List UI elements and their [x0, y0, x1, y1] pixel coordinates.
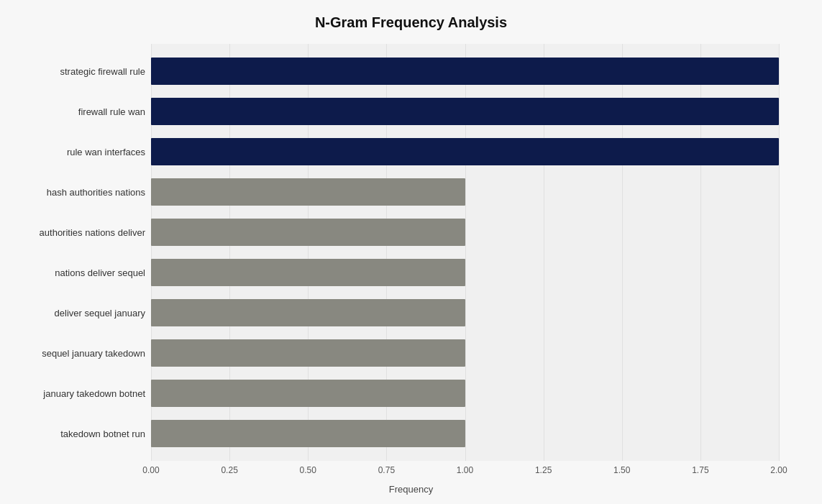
bar-row: hash authorities nations [151, 176, 779, 209]
bar-label: rule wan interfaces [1, 147, 145, 157]
x-tick-label: 2.00 [770, 465, 787, 475]
bar [151, 420, 465, 447]
bar [151, 138, 779, 165]
bar-row: nations deliver sequel [151, 257, 779, 289]
x-tick-label: 1.75 [692, 465, 708, 475]
chart-area: strategic firewall rulefirewall rule wan… [151, 44, 779, 461]
x-tick-label: 1.25 [535, 465, 552, 475]
bar-row: january takedown botnet [151, 377, 779, 410]
bar-row: firewall rule wan [151, 96, 779, 128]
bar [151, 58, 779, 85]
bar-label: takedown botnet run [1, 429, 145, 439]
x-tick-label: 1.00 [457, 465, 473, 475]
bar [151, 219, 465, 246]
bar-row: rule wan interfaces [151, 136, 779, 168]
bar [151, 259, 465, 286]
bar-label: hash authorities nations [1, 187, 145, 198]
bar [151, 380, 465, 407]
x-tick-label: 0.75 [378, 465, 395, 475]
x-axis: 0.000.250.500.751.001.251.501.752.00 [151, 465, 779, 487]
bar-label: january takedown botnet [1, 388, 145, 399]
x-tick-label: 0.00 [142, 465, 159, 475]
chart-container: N-Gram Frequency Analysis strategic fire… [0, 0, 822, 504]
bar-row: authorities nations deliver [151, 216, 779, 249]
bar-label: authorities nations deliver [1, 227, 145, 238]
bar-row: deliver sequel january [151, 297, 779, 329]
bar-label: nations deliver sequel [1, 267, 145, 278]
bar-row: takedown botnet run [151, 418, 779, 450]
bar-label: strategic firewall rule [1, 66, 145, 77]
bar-row: sequel january takedown [151, 337, 779, 370]
x-tick-label: 0.50 [300, 465, 316, 475]
chart-title: N-Gram Frequency Analysis [43, 14, 779, 31]
x-tick-label: 0.25 [221, 465, 237, 475]
bar-label: deliver sequel january [1, 308, 145, 319]
bar [151, 178, 465, 206]
bar [151, 98, 779, 125]
bar [151, 299, 465, 326]
bar-row: strategic firewall rule [151, 55, 779, 88]
x-tick-label: 1.50 [613, 465, 630, 475]
bars-container: strategic firewall rulefirewall rule wan… [151, 44, 779, 461]
grid-line [779, 44, 780, 461]
bar [151, 339, 465, 367]
bar-label: firewall rule wan [1, 106, 145, 117]
bar-label: sequel january takedown [1, 348, 145, 359]
